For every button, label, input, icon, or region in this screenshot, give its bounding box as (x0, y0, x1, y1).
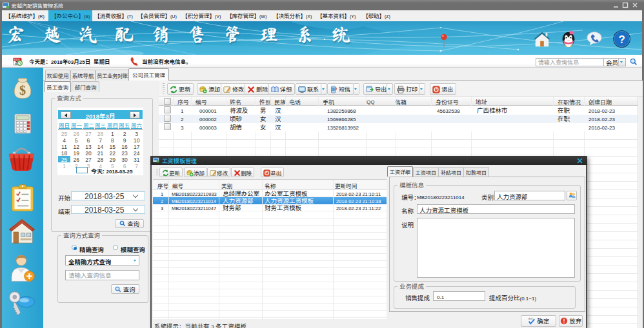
svg-text:$: $ (19, 83, 26, 97)
svg-text:?: ? (618, 34, 625, 46)
